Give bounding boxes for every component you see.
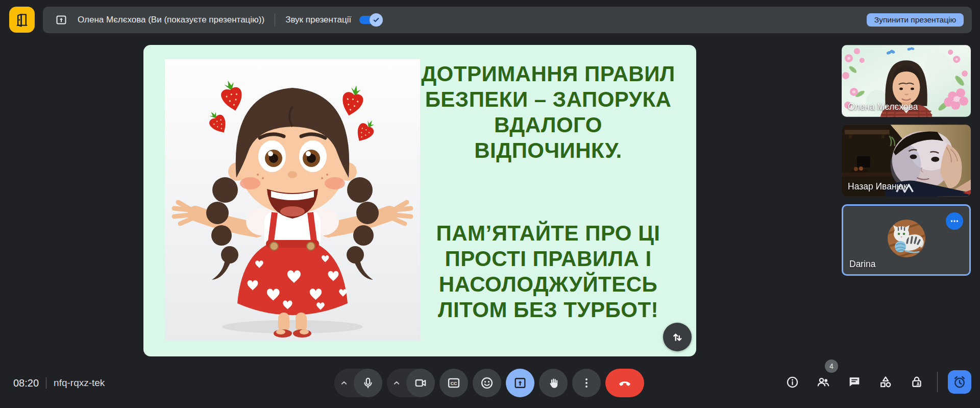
presenting-icon: [54, 14, 68, 26]
participant-tile-nazar[interactable]: Назар Иванюк: [842, 125, 971, 197]
more-vertical-icon: [580, 376, 593, 390]
more-options-button[interactable]: [572, 369, 601, 397]
svg-text:CC: CC: [451, 381, 457, 386]
slide-text-column: ДОТРИМАННЯ ПРАВИЛ БЕЗПЕКИ – ЗАПОРУКА ВДА…: [405, 45, 692, 356]
door-icon: [13, 11, 31, 29]
presentation-audio-label: Звук презентації: [285, 15, 351, 25]
activities-shapes-icon: [878, 375, 893, 389]
microphone-icon: [361, 376, 375, 390]
end-call-icon: [618, 376, 632, 390]
divider: [937, 372, 938, 392]
chat-icon: [847, 375, 862, 389]
divider: [46, 377, 46, 389]
call-controls: CC: [334, 368, 644, 398]
raise-hand-button[interactable]: [539, 369, 568, 397]
stop-presentation-button[interactable]: Зупинити презентацію: [867, 13, 964, 27]
google-meet-window: Олена Мєлєхова (Ви (показуєте презентаці…: [0, 0, 980, 408]
check-icon: [372, 16, 380, 24]
participant-tile-darina[interactable]: Darina: [842, 204, 971, 276]
chevron-up-icon: [338, 377, 350, 389]
camera-group: [387, 369, 435, 397]
end-call-button[interactable]: [605, 369, 644, 397]
video-settings-button[interactable]: [387, 377, 406, 389]
video-camera-icon: [414, 376, 427, 390]
chevron-up-icon: [391, 377, 402, 389]
microphone-button[interactable]: [354, 369, 382, 397]
reposition-arrows-button[interactable]: [663, 323, 692, 351]
swap-vertical-icon: [671, 330, 684, 344]
panel-controls: 4: [780, 370, 971, 394]
present-screen-icon: [513, 376, 527, 390]
chat-button[interactable]: [842, 370, 867, 394]
participant-name: Назар Иванюк: [848, 181, 907, 192]
presentation-banner: Олена Мєлєхова (Ви (показуєте презентаці…: [43, 7, 972, 33]
audio-settings-button[interactable]: [334, 377, 354, 389]
people-button[interactable]: 4: [811, 370, 836, 394]
toggle-thumb: [370, 13, 383, 27]
alarm-clock-icon: [952, 374, 967, 390]
microphone-group: [334, 369, 382, 397]
presented-slide: ДОТРИМАННЯ ПРАВИЛ БЕЗПЕКИ – ЗАПОРУКА ВДА…: [143, 45, 696, 356]
participant-tile-olena[interactable]: Олена Мєлєхова: [842, 45, 971, 117]
meeting-code: nfq-rqxz-tek: [54, 377, 105, 389]
host-controls-button[interactable]: [904, 370, 929, 394]
captions-icon: CC: [447, 376, 461, 390]
people-icon: [816, 375, 830, 389]
raised-hand-icon: [547, 376, 560, 390]
divider: [275, 13, 275, 27]
slide-photo: [165, 59, 420, 341]
cat-avatar-image: [888, 220, 925, 257]
tile-more-options-button[interactable]: [946, 212, 963, 230]
presenter-label: Олена Мєлєхова (Ви (показуєте презентаці…: [78, 15, 264, 25]
meeting-info: 08:20 nfq-rqxz-tek: [13, 376, 105, 390]
participant-name: Олена Мєлєхова: [848, 102, 918, 112]
door-extension-button[interactable]: [9, 7, 35, 33]
camera-button[interactable]: [406, 369, 435, 397]
activities-button[interactable]: [873, 370, 898, 394]
slide-body-text: ПАМ’ЯТАЙТЕ ПРО ЦІ ПРОСТІ ПРАВИЛА І НАСОЛ…: [405, 221, 692, 323]
clock-time: 08:20: [13, 377, 39, 389]
reactions-button[interactable]: [473, 369, 501, 397]
timer-extension-button[interactable]: [948, 370, 971, 394]
host-lock-icon: [910, 375, 924, 389]
avatar: [888, 220, 925, 257]
participant-count-badge: 4: [825, 359, 838, 373]
cartoon-girl-illustration: [165, 59, 420, 341]
slide-title: ДОТРИМАННЯ ПРАВИЛ БЕЗПЕКИ – ЗАПОРУКА ВДА…: [405, 61, 692, 163]
info-icon: [786, 375, 799, 389]
present-button[interactable]: [506, 369, 534, 397]
captions-button[interactable]: CC: [439, 369, 468, 397]
meeting-details-button[interactable]: [780, 370, 804, 394]
participant-name: Darina: [849, 259, 876, 270]
more-horizontal-icon: [949, 216, 960, 226]
presentation-audio-toggle[interactable]: [359, 15, 383, 25]
smiley-icon: [480, 376, 494, 390]
